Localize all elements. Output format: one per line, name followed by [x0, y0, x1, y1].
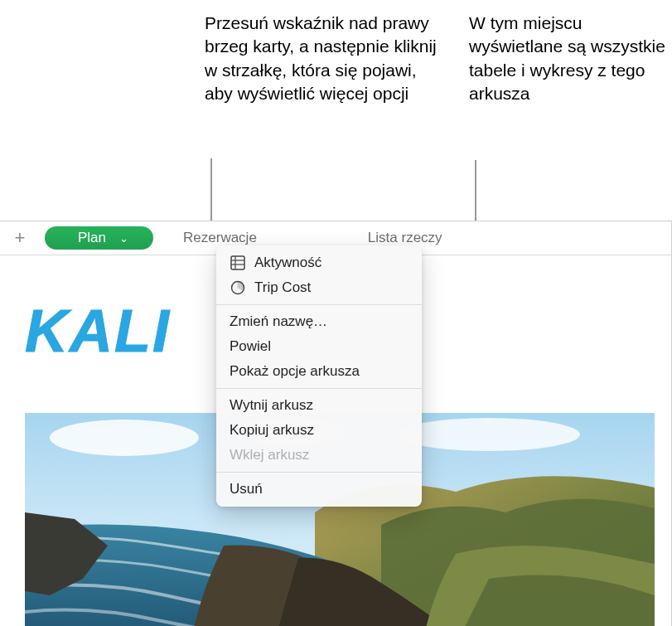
- menu-item-label: Usuń: [230, 481, 263, 497]
- sheet-tab-label: Lista rzeczy: [368, 230, 442, 246]
- callout-right: W tym miejscu wyświetlane są wszystkie t…: [469, 12, 668, 105]
- menu-item-label: Powiel: [230, 338, 271, 355]
- menu-item-copy[interactable]: Kopiuj arkusz: [216, 418, 422, 443]
- menu-item-aktywnosc[interactable]: Aktywność: [216, 250, 422, 275]
- menu-item-paste: Wklej arkusz: [216, 443, 422, 468]
- sheet-tab-active[interactable]: Plan ⌄: [45, 226, 153, 250]
- document-headline: KALI: [25, 297, 171, 365]
- menu-item-label: Wytnij arkusz: [230, 397, 313, 414]
- menu-item-label: Zmień nazwę…: [230, 313, 327, 330]
- menu-separator: [216, 388, 422, 389]
- add-sheet-button[interactable]: +: [0, 221, 40, 255]
- menu-item-rename[interactable]: Zmień nazwę…: [216, 309, 422, 334]
- menu-item-label: Aktywność: [254, 255, 321, 271]
- menu-item-delete[interactable]: Usuń: [216, 477, 422, 502]
- chart-icon: [230, 279, 246, 296]
- menu-item-label: Trip Cost: [254, 279, 311, 296]
- menu-separator: [216, 304, 422, 305]
- sheet-tab-label: Rezerwacje: [183, 230, 257, 246]
- callout-left: Przesuń wskaźnik nad prawy brzeg karty, …: [205, 12, 445, 105]
- menu-item-duplicate[interactable]: Powiel: [216, 334, 422, 359]
- svg-rect-7: [231, 256, 244, 269]
- menu-item-sheet-options[interactable]: Pokaż opcje arkusza: [216, 359, 422, 384]
- menu-item-label: Pokaż opcje arkusza: [230, 363, 360, 380]
- chevron-down-icon[interactable]: ⌄: [119, 232, 128, 245]
- sheet-context-menu: Aktywność Trip Cost Zmień nazwę… Powiel …: [216, 245, 422, 507]
- sheet-tab-label: Plan: [78, 230, 106, 246]
- svg-point-4: [50, 420, 199, 456]
- menu-item-cut[interactable]: Wytnij arkusz: [216, 393, 422, 418]
- plus-icon: +: [15, 227, 26, 249]
- table-icon: [230, 255, 246, 271]
- menu-item-label: Kopiuj arkusz: [230, 422, 314, 439]
- menu-item-tripcost[interactable]: Trip Cost: [216, 275, 422, 300]
- menu-separator: [216, 472, 422, 473]
- svg-point-6: [398, 418, 580, 451]
- menu-item-label: Wklej arkusz: [230, 447, 309, 463]
